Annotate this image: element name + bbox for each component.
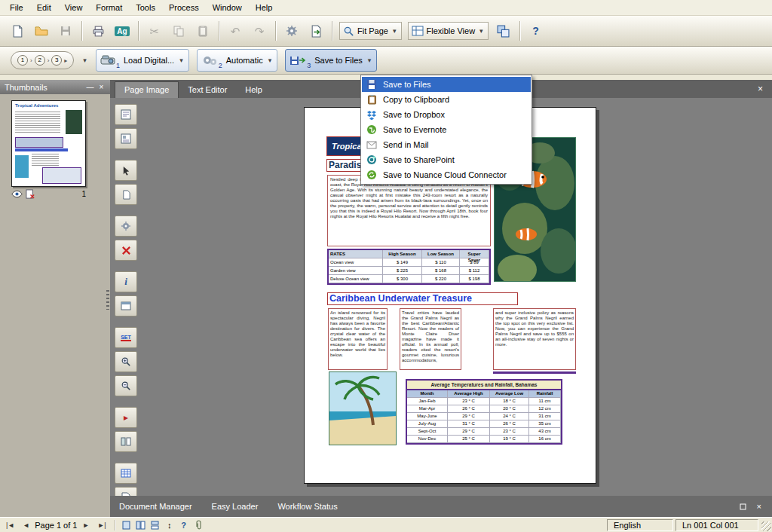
print-button[interactable] (87, 20, 109, 41)
panel-splitter[interactable] (106, 290, 109, 310)
undo-button[interactable]: ↶ (224, 20, 247, 41)
edit-page-button[interactable] (115, 487, 137, 496)
menu-item-label: Save to Evernote (383, 125, 446, 134)
menu-item-save-to-files[interactable]: Save to Files (362, 77, 531, 92)
proofreader-button[interactable]: Ag (111, 20, 133, 41)
zone-layout-button[interactable] (115, 104, 137, 125)
copy-button[interactable] (167, 20, 190, 41)
page-status-icon[interactable] (26, 189, 35, 199)
load-pages-group[interactable]: 1 Load Digital... ▾ (96, 49, 189, 72)
tab-document-manager[interactable]: Document Manager (119, 502, 192, 511)
zone-template-button[interactable] (115, 128, 137, 149)
zoom-out-button[interactable] (115, 375, 137, 396)
minimize-panel-button[interactable]: — (84, 83, 96, 91)
resize-grip[interactable] (761, 521, 771, 531)
updown-icon[interactable]: ↕ (164, 520, 176, 530)
chevron-down-icon[interactable]: ▾ (178, 57, 185, 64)
export-results-button[interactable] (305, 20, 327, 41)
perform-ocr-button[interactable]: ▸ (115, 407, 137, 428)
last-page-button[interactable]: ►| (94, 520, 109, 530)
save-to-files-menu: Save to Files Copy to Clipboard Save to … (360, 75, 532, 185)
zone-settings-button[interactable] (115, 216, 137, 237)
open-button[interactable] (30, 20, 53, 41)
split-view-button[interactable] (115, 431, 137, 452)
save-button[interactable] (54, 20, 77, 41)
weather-cell: 29 ° C (448, 428, 490, 436)
text-column-zone[interactable]: and super inclusive policy as reasons wh… (493, 308, 576, 370)
rates-table-zone[interactable]: RATES High Season Low Season Super Saver… (327, 249, 491, 285)
page-thumbnail[interactable]: Tropical Adventures (11, 100, 86, 187)
dock-panel-icon[interactable] (740, 503, 746, 510)
close-panel-button[interactable]: × (96, 83, 107, 91)
process-pages-group[interactable]: 2 Automatic ▾ (197, 49, 277, 72)
workflow-steps-button[interactable]: 1 › 2 › 3 ▸ (11, 51, 74, 69)
select-tool-button[interactable] (115, 160, 137, 181)
previous-page-button[interactable]: ◄ (20, 520, 32, 530)
zone-info-button[interactable]: i (115, 271, 137, 292)
table-tool-button[interactable] (115, 463, 137, 484)
menu-format[interactable]: Format (89, 2, 129, 14)
zoom-in-button[interactable] (115, 351, 137, 372)
3d-set-button[interactable]: SET (115, 327, 137, 348)
paragraph-zone[interactable]: Nestled deep in a half-mile stretch of t… (327, 175, 491, 246)
weather-cell: 35 cm (529, 420, 561, 428)
weather-cell: 18 ° C (490, 398, 529, 405)
menu-item-save-to-sharepoint[interactable]: Save to SharePoint (362, 152, 531, 167)
two-page-view-icon[interactable] (135, 520, 147, 530)
cut-button[interactable]: ✂ (143, 20, 166, 41)
delete-zone-button[interactable] (115, 240, 137, 261)
zoom-level-select[interactable]: Fit Page ▾ (339, 22, 402, 40)
help-button[interactable]: ? (525, 20, 547, 41)
one-page-view-icon[interactable] (121, 520, 133, 530)
weather-table-title-zone[interactable]: Average Temperatures and Rainfall, Baham… (406, 379, 562, 389)
menu-process[interactable]: Process (162, 2, 206, 14)
next-page-button[interactable]: ► (79, 520, 92, 530)
workflow-dropdown-arrow[interactable]: ▾ (81, 57, 88, 64)
menu-window[interactable]: Window (206, 2, 249, 14)
chevron-down-icon[interactable]: ▾ (366, 57, 373, 64)
eye-icon[interactable] (11, 190, 23, 198)
tab-text-editor[interactable]: Text Editor (179, 82, 236, 98)
options-button[interactable] (280, 20, 303, 41)
preview-button[interactable] (115, 295, 137, 316)
window-arrange-button[interactable] (492, 20, 515, 41)
menu-item-save-to-dropbox[interactable]: Save to Dropbox (362, 107, 531, 122)
heading-zone[interactable]: Caribbean Underwater Treasure (327, 292, 518, 305)
page-tool-button[interactable] (115, 184, 137, 205)
weather-table-zone[interactable]: Month Average High Average Low Rainfall … (406, 389, 562, 445)
text-column-zone[interactable]: An island renowned for its spectacular d… (328, 308, 388, 370)
scroll-view-icon[interactable] (149, 520, 161, 530)
tab-help[interactable]: Help (236, 82, 271, 98)
menu-item-copy-to-clipboard[interactable]: Copy to Clipboard (362, 92, 531, 107)
redo-icon: ↷ (255, 26, 265, 37)
menu-view[interactable]: View (58, 2, 90, 14)
redo-button[interactable]: ↷ (248, 20, 271, 41)
close-view-button[interactable]: × (758, 84, 763, 94)
paste-button[interactable] (191, 20, 214, 41)
chevron-down-icon[interactable]: ▾ (267, 57, 274, 64)
weather-cell: May-June (407, 413, 448, 420)
menu-edit[interactable]: Edit (30, 2, 58, 14)
rule-divider (493, 371, 576, 374)
paperclip-icon[interactable] (192, 520, 204, 530)
menu-item-send-in-mail[interactable]: Send in Mail (362, 137, 531, 152)
view-mode-select[interactable]: Flexible View ▾ (408, 22, 489, 40)
statusbar-help-icon[interactable]: ? (178, 520, 190, 530)
tab-workflow-status[interactable]: Workflow Status (277, 502, 337, 511)
weather-cell: Nov-Dec (407, 436, 448, 443)
menu-tools[interactable]: Tools (129, 2, 162, 14)
tab-easy-loader[interactable]: Easy Loader (212, 502, 259, 511)
menu-help[interactable]: Help (249, 2, 280, 14)
new-document-button[interactable] (6, 20, 29, 41)
menu-item-save-to-evernote[interactable]: Save to Evernote (362, 122, 531, 137)
close-bottom-panel-button[interactable]: × (757, 502, 761, 511)
menu-item-save-to-nuance-cloud[interactable]: Save to Nuance Cloud Connector (362, 167, 531, 182)
save-pages-group[interactable]: 3 Save to Files ▾ (285, 49, 377, 72)
text-column-zone[interactable]: Travel critics have lauded the Grand Pal… (400, 308, 461, 370)
tab-page-image[interactable]: Page Image (115, 81, 179, 98)
menu-file[interactable]: File (3, 2, 30, 14)
step-1-badge: 1 (17, 55, 28, 66)
toolbar-separator (81, 21, 82, 41)
first-page-button[interactable]: |◄ (3, 520, 17, 530)
beach-photo-zone[interactable] (329, 371, 397, 445)
